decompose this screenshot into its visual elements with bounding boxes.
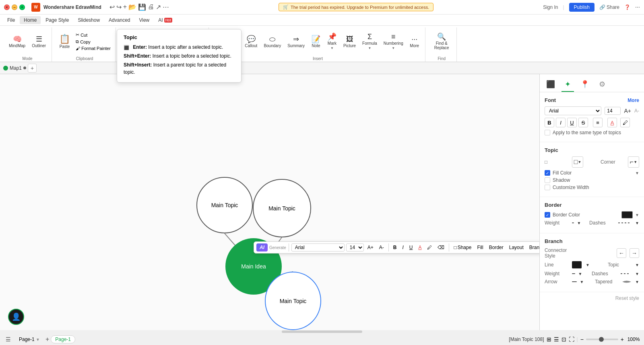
scrollbar-thumb[interactable] xyxy=(282,330,362,333)
corner-select-btn[interactable]: ⌐ ▼ xyxy=(628,156,639,168)
map1-tab[interactable]: Map1 xyxy=(10,65,22,71)
window-close-btn[interactable]: × xyxy=(4,4,10,10)
branch-line-color[interactable] xyxy=(572,261,582,268)
menu-home[interactable]: Home xyxy=(20,16,41,24)
more-insert-btn[interactable]: ··· More xyxy=(407,34,422,49)
font-color-rp-btn[interactable]: A xyxy=(607,118,617,127)
underline-btn[interactable]: U xyxy=(407,244,415,251)
print-btn[interactable]: 🖨 xyxy=(148,3,154,11)
fill-color-checkbox[interactable]: ✓ xyxy=(545,170,550,176)
mark-btn[interactable]: 📌 Mark ▼ xyxy=(325,32,339,51)
fill-toolbar-btn[interactable]: Fill xyxy=(475,244,485,251)
layout-toolbar-btn[interactable]: Layout xyxy=(507,244,526,251)
topic-node-1[interactable]: Main Topic xyxy=(196,177,253,233)
undo-btn[interactable]: ↩ xyxy=(109,3,115,11)
window-max-btn[interactable]: + xyxy=(19,4,25,10)
menu-page-style[interactable]: Page Style xyxy=(41,16,73,24)
shadow-checkbox[interactable] xyxy=(545,177,550,183)
pages-sidebar-btn[interactable]: ☰ xyxy=(3,335,13,343)
help-btn[interactable]: ❓ xyxy=(624,4,630,10)
reset-style-btn[interactable]: Reset style xyxy=(615,295,639,301)
format-painter-btn[interactable]: 🖌 Format Painter xyxy=(74,46,112,51)
menu-ai[interactable]: AI Hot xyxy=(154,16,176,24)
branch-tapered-arrow[interactable]: ▼ xyxy=(635,280,639,284)
boundary-btn[interactable]: ⬭ Boundary xyxy=(261,34,283,49)
save-btn[interactable]: 💾 xyxy=(138,3,146,11)
branch-line-arrow[interactable]: ▼ xyxy=(586,263,590,267)
topic-node-2[interactable]: Main Topic xyxy=(253,179,311,237)
fill-color-arrow[interactable]: ▼ xyxy=(635,171,639,175)
font-size-rp-input[interactable] xyxy=(605,107,621,115)
apply-same-type-checkbox[interactable] xyxy=(545,130,550,135)
border-weight-arrow[interactable]: ▼ xyxy=(577,221,581,225)
new-btn[interactable]: + xyxy=(123,3,127,11)
page1-tab[interactable]: Page-1 ▼ xyxy=(15,336,44,343)
page1-active-tab[interactable]: Page-1 xyxy=(51,335,75,343)
branch-arrow-arrow[interactable]: ▼ xyxy=(580,280,584,284)
mindmap-btn[interactable]: 🧠 MindMap xyxy=(6,34,28,49)
connector-right-btn[interactable]: → xyxy=(630,248,639,258)
font-size-select[interactable]: 14 12 16 18 xyxy=(346,243,364,251)
cut-btn[interactable]: ✂ Cut xyxy=(74,32,112,38)
add-page-btn[interactable]: + xyxy=(45,336,49,343)
italic-btn[interactable]: I xyxy=(400,244,405,251)
branch-topic-arrow[interactable]: ▼ xyxy=(635,263,639,267)
border-dashes-arrow[interactable]: ▼ xyxy=(635,221,639,225)
formula-btn[interactable]: Σ Formula ▼ xyxy=(360,32,380,51)
view-table-btn[interactable]: ☰ xyxy=(554,336,559,343)
menu-advanced[interactable]: Advanced xyxy=(105,16,134,24)
numbering-btn[interactable]: ≡ Numbering ▼ xyxy=(381,32,406,51)
font-color-btn[interactable]: A xyxy=(416,244,423,251)
ai-generate-btn[interactable]: AI xyxy=(256,243,268,251)
bold-btn[interactable]: B xyxy=(391,244,399,251)
rp-tab-settings[interactable]: ⚙ xyxy=(596,77,609,92)
customize-width-checkbox[interactable] xyxy=(545,185,550,190)
rp-tab-ai[interactable]: ✦ xyxy=(561,77,574,92)
branch-weight-arrow[interactable]: ▼ xyxy=(578,272,582,276)
border-color-checkbox[interactable]: ✓ xyxy=(545,212,550,218)
view-grid-btn[interactable]: ⊞ xyxy=(547,336,551,343)
border-color-arrow[interactable]: ▼ xyxy=(635,213,639,217)
publish-btn[interactable]: Publish xyxy=(569,3,594,12)
highlight-color-btn[interactable]: 🖊 xyxy=(425,244,434,251)
page1-dropdown[interactable]: ▼ xyxy=(36,337,40,342)
underline-rp-btn[interactable]: U xyxy=(567,118,577,127)
strikethrough-rp-btn[interactable]: S xyxy=(578,118,588,127)
font-decrease-btn[interactable]: A- xyxy=(377,244,386,251)
add-tab-btn[interactable]: + xyxy=(28,64,37,73)
trial-banner[interactable]: 🛒 The trial period has expired. Upgrade … xyxy=(279,3,433,11)
connector-left-btn[interactable]: ← xyxy=(617,248,626,258)
font-decrease-rp-btn[interactable]: A- xyxy=(634,108,639,114)
view-fullscreen-btn[interactable]: ⛶ xyxy=(569,336,574,343)
font-family-select[interactable]: Arial Times New Roman xyxy=(291,243,345,251)
highlight-rp-btn[interactable]: 🖊 xyxy=(620,118,630,127)
shape-select-btn[interactable]: □ ▼ xyxy=(572,156,583,168)
border-toolbar-btn[interactable]: Border xyxy=(487,244,506,251)
menu-view[interactable]: View xyxy=(135,16,153,24)
redo-btn[interactable]: ↪ xyxy=(116,3,122,11)
bold-rp-btn[interactable]: B xyxy=(545,118,554,127)
shape-toolbar-btn[interactable]: □ Shape xyxy=(452,244,473,251)
export-btn[interactable]: ↗ xyxy=(156,3,161,11)
summary-btn[interactable]: ⇒ Summary xyxy=(285,34,307,49)
zoom-out-btn[interactable]: − xyxy=(580,336,584,343)
font-more-btn[interactable]: More xyxy=(627,98,639,103)
horizontal-scrollbar[interactable] xyxy=(0,330,644,333)
eraser-btn[interactable]: ⌫ xyxy=(436,244,446,251)
view-fit-btn[interactable]: ⊡ xyxy=(561,336,566,343)
menu-slideshow[interactable]: Slideshow xyxy=(74,16,104,24)
share-btn[interactable]: 🔗 Share xyxy=(599,4,619,10)
branch-dashes-arrow[interactable]: ▼ xyxy=(635,272,639,276)
callout-btn[interactable]: 💬 Callout xyxy=(242,34,260,49)
rp-tab-shape[interactable]: ⬛ xyxy=(543,77,558,92)
zoom-in-btn[interactable]: + xyxy=(621,336,624,343)
find-replace-btn[interactable]: 🔍 Find & Replace xyxy=(430,32,453,51)
branch-toolbar-btn[interactable]: Branch xyxy=(527,244,539,251)
window-min-btn[interactable]: – xyxy=(12,4,17,10)
rp-tab-location[interactable]: 📍 xyxy=(577,77,592,92)
menu-file[interactable]: File xyxy=(3,16,19,24)
sign-in-btn[interactable]: Sign In xyxy=(543,4,558,10)
font-family-rp-select[interactable]: Arial Times New Roman xyxy=(545,106,601,115)
italic-rp-btn[interactable]: I xyxy=(556,118,566,127)
paste-btn[interactable]: 📋 Paste xyxy=(57,33,72,50)
